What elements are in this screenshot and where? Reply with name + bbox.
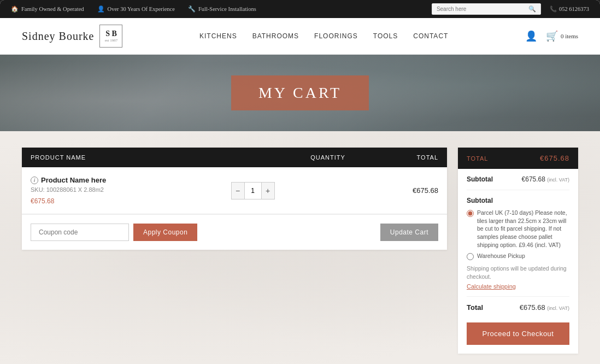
main-nav: KITCHENS BATHROOMS FLOORINGS TOOLS CONTA… (199, 32, 448, 40)
subtotal-label: Subtotal (467, 175, 493, 183)
person-icon: 👤 (97, 5, 105, 13)
top-bar-left: 🏠 Family Owned & Operated 👤 Over 30 Year… (11, 5, 256, 13)
product-name-area: i Product Name here (31, 176, 214, 184)
cart-section: PRODUCT NAME QUANTITY TOTAL i Product Na… (22, 148, 447, 354)
col-product: PRODUCT NAME (22, 148, 222, 167)
site-header: Sidney Bourke S B est 1987 KITCHENS BATH… (0, 18, 600, 55)
logo-badge: S B est 1987 (99, 25, 122, 48)
summary-header-price: €675.68 (540, 154, 569, 162)
product-price: €675.68 (31, 197, 214, 205)
phone-icon: 📞 (550, 5, 557, 13)
quantity-input[interactable] (244, 183, 262, 199)
search-bar[interactable]: 🔍 (432, 3, 541, 15)
logo-name: Sidney Bourke (22, 30, 94, 43)
subtotal-value: €675.68 (incl. VAT) (522, 175, 569, 183)
shipping-note: Shipping options will be updated during … (467, 265, 569, 280)
summary-header: TOTAL €675.68 (458, 148, 578, 169)
logo-text-area: Sidney Bourke (22, 30, 94, 43)
main-content: PRODUCT NAME QUANTITY TOTAL i Product Na… (0, 131, 600, 364)
search-input[interactable] (437, 6, 528, 12)
search-icon[interactable]: 🔍 (528, 5, 536, 13)
product-sku: SKU: 100288061 X 2.88m2 (31, 186, 214, 193)
top-bar-badge3: 🔧 Full-Service Installations (188, 5, 256, 13)
product-cell: i Product Name here SKU: 100288061 X 2.8… (22, 167, 222, 214)
badge2-text: Over 30 Years Of Experience (108, 6, 175, 12)
col-total: TOTAL (354, 148, 447, 167)
top-bar-badge2: 👤 Over 30 Years Of Experience (97, 5, 175, 13)
hero-banner: MY CART (0, 55, 600, 131)
info-icon[interactable]: i (31, 177, 38, 184)
badge1-text: Family Owned & Operated (21, 6, 84, 12)
browser-frame: 🏠 Family Owned & Operated 👤 Over 30 Year… (0, 0, 600, 364)
quantity-cell: − + (222, 167, 354, 214)
col-quantity: QUANTITY (222, 148, 354, 167)
apply-coupon-button[interactable]: Apply Coupon (133, 224, 197, 241)
summary-body: Subtotal €675.68 (incl. VAT) Subtotal Pa… (458, 169, 578, 354)
order-summary: TOTAL €675.68 Subtotal €675.68 (incl. VA… (458, 148, 578, 354)
table-row: i Product Name here SKU: 100288061 X 2.8… (22, 167, 447, 214)
shipping-option-1-text: Parcel UK (7-10 days) Please note, tiles… (477, 209, 569, 249)
shipping-section: Subtotal Parcel UK (7-10 days) Please no… (467, 190, 569, 297)
user-icon[interactable]: 👤 (525, 30, 537, 42)
cart-count: 0 items (561, 33, 578, 39)
coupon-left: Apply Coupon (31, 224, 197, 241)
shipping-radio-2[interactable] (467, 253, 474, 260)
nav-floorings[interactable]: FLOORINGS (314, 32, 358, 40)
wrench-icon: 🔧 (188, 5, 196, 13)
cart-table: PRODUCT NAME QUANTITY TOTAL i Product Na… (22, 148, 447, 214)
badge3-text: Full-Service Installations (198, 6, 256, 12)
shipping-label: Subtotal (467, 197, 569, 204)
header-icons: 👤 🛒 0 items (525, 30, 578, 42)
hero-title: MY CART (231, 75, 369, 110)
calculate-shipping-link[interactable]: Calculate shipping (467, 283, 569, 290)
nav-kitchens[interactable]: KITCHENS (199, 32, 237, 40)
shipping-option-2-text: Warehouse Pickup (477, 252, 525, 260)
shipping-option-1[interactable]: Parcel UK (7-10 days) Please note, tiles… (467, 209, 569, 249)
nav-bathrooms[interactable]: BATHROOMS (252, 32, 299, 40)
update-cart-button[interactable]: Update Cart (380, 224, 438, 241)
coupon-input[interactable] (31, 224, 129, 241)
cart-icon-area[interactable]: 🛒 0 items (546, 30, 578, 42)
total-value: €675.68 (incl. VAT) (520, 303, 569, 312)
total-row: Total €675.68 (incl. VAT) (467, 297, 569, 318)
logo-est: est 1987 (105, 38, 118, 43)
nav-contact[interactable]: CONTACT (413, 32, 448, 40)
top-bar-badge1: 🏠 Family Owned & Operated (11, 5, 84, 13)
home-icon: 🏠 (11, 5, 19, 13)
coupon-row: Apply Coupon Update Cart (22, 214, 447, 250)
summary-header-label: TOTAL (467, 155, 488, 162)
phone-number: 052 6126373 (559, 6, 589, 12)
total-label: Total (467, 303, 483, 312)
proceed-checkout-button[interactable]: Proceed to Checkout (467, 322, 569, 345)
shipping-radio-1[interactable] (467, 210, 474, 217)
phone-info: 📞 052 6126373 (550, 5, 589, 13)
logo-area: Sidney Bourke S B est 1987 (22, 25, 122, 48)
qty-plus-button[interactable]: + (262, 183, 274, 199)
subtotal-row: Subtotal €675.68 (incl. VAT) (467, 169, 569, 190)
top-bar: 🏠 Family Owned & Operated 👤 Over 30 Year… (0, 0, 600, 18)
total-cell: €675.68 (354, 167, 447, 214)
top-bar-right: 🔍 📞 052 6126373 (432, 3, 589, 15)
logo-initials: S B (105, 30, 117, 38)
product-name: Product Name here (41, 176, 106, 184)
shipping-option-2[interactable]: Warehouse Pickup (467, 252, 569, 260)
cart-icon[interactable]: 🛒 (546, 30, 558, 42)
qty-minus-button[interactable]: − (232, 183, 244, 199)
nav-tools[interactable]: TOOLS (373, 32, 398, 40)
quantity-control[interactable]: − + (231, 182, 275, 199)
